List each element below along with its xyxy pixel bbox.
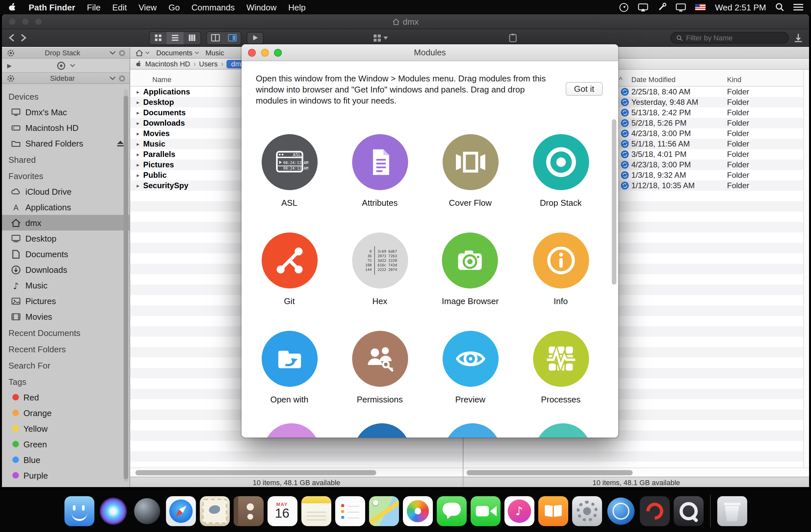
- disclosure-triangle-icon[interactable]: ▸: [137, 151, 143, 157]
- menu-help[interactable]: Help: [288, 2, 306, 12]
- sidebar-panel-header[interactable]: Sidebar: [2, 73, 129, 84]
- dock-facetime-icon[interactable]: [470, 496, 500, 526]
- dialog-scrollbar[interactable]: [612, 119, 616, 285]
- dock-maps-icon[interactable]: [369, 496, 399, 526]
- icon-view-button[interactable]: [150, 32, 167, 44]
- dual-pane-button[interactable]: [207, 32, 224, 44]
- filter-input[interactable]: [686, 34, 783, 42]
- clipboard-icon[interactable]: [509, 33, 517, 42]
- module-cover-flow[interactable]: Cover Flow: [442, 133, 498, 231]
- favbar-home-dropdown[interactable]: [135, 49, 150, 56]
- horizontal-scrollbar[interactable]: [130, 468, 463, 477]
- dock-messages-icon[interactable]: [437, 496, 466, 526]
- sidebar-item-desktop[interactable]: Desktop: [2, 230, 129, 246]
- location-icon[interactable]: [619, 2, 629, 12]
- drop-stack-target-icon[interactable]: [56, 61, 65, 70]
- airplay-display-icon[interactable]: [638, 3, 648, 11]
- disclosure-triangle-icon[interactable]: ▸: [137, 141, 143, 147]
- dock-reminders-icon[interactable]: [335, 496, 365, 526]
- sidebar-item-documents[interactable]: Documents: [2, 246, 129, 262]
- module-hex[interactable]: 03672108144 3c69 6d672073 72633d22 22206…: [352, 231, 408, 330]
- tag-red[interactable]: Red: [2, 390, 129, 405]
- module-asl[interactable]: ASL 08:24:12 AM 08:24:12 AM ASL: [261, 133, 317, 231]
- disclosure-triangle-icon[interactable]: ▸: [137, 162, 143, 168]
- dock-mail-icon[interactable]: [199, 496, 229, 526]
- dock-calendar-icon[interactable]: MAY 16: [267, 496, 297, 526]
- disclosure-triangle-icon[interactable]: ▸: [137, 131, 143, 136]
- sidebar-item-dmxs-mac[interactable]: Dmx's Mac: [2, 104, 129, 120]
- close-icon[interactable]: [119, 49, 126, 56]
- module-image-browser[interactable]: Image Browser: [442, 231, 499, 330]
- apple-menu-icon[interactable]: [8, 2, 17, 12]
- tag-purple[interactable]: Purple: [2, 468, 129, 483]
- eject-icon[interactable]: [117, 140, 124, 147]
- forward-button[interactable]: [20, 33, 27, 42]
- menu-clock[interactable]: Wed 2:51 PM: [715, 2, 766, 12]
- dock-safari-icon[interactable]: [166, 496, 196, 526]
- sidebar-item-music[interactable]: ♪ Music: [2, 277, 129, 293]
- tag-gray[interactable]: Gray: [2, 483, 129, 487]
- dock-trash-icon[interactable]: [717, 496, 747, 526]
- section-recent-documents[interactable]: Recent Documents: [2, 324, 129, 340]
- dock-ibooks-icon[interactable]: [538, 496, 568, 526]
- play-slideshow-button[interactable]: [247, 32, 264, 44]
- tag-blue[interactable]: Blue: [2, 452, 129, 468]
- preview-pane-button[interactable]: [224, 32, 241, 44]
- sidebar-item-shared-folders[interactable]: Shared Folders: [2, 135, 129, 151]
- dock-photos-icon[interactable]: [402, 496, 432, 526]
- column-header-name[interactable]: Name: [130, 76, 171, 83]
- module-attributes[interactable]: Attributes: [352, 133, 408, 231]
- disclosure-triangle-icon[interactable]: ▸: [137, 110, 143, 116]
- sidebar-item-applications[interactable]: A Applications: [2, 199, 129, 215]
- app-menu-title[interactable]: Path Finder: [29, 2, 75, 12]
- dock-compass-app-icon[interactable]: [606, 496, 636, 526]
- module-drop-stack[interactable]: Drop Stack: [533, 133, 589, 231]
- drop-stack-panel-header[interactable]: Drop Stack: [2, 47, 129, 59]
- vertical-scrollbar[interactable]: [803, 70, 809, 468]
- back-button[interactable]: [9, 33, 15, 42]
- disclosure-triangle-icon[interactable]: ▸: [137, 120, 143, 126]
- sidebar-item-movies[interactable]: Movies: [2, 309, 129, 324]
- spotlight-icon[interactable]: [775, 3, 784, 12]
- menu-window[interactable]: Window: [246, 2, 277, 12]
- got-it-button[interactable]: Got it: [566, 82, 603, 96]
- dock-path-finder-icon[interactable]: [64, 496, 94, 526]
- dock-itunes-icon[interactable]: [504, 496, 534, 526]
- sidebar-item-icloud-drive[interactable]: iCloud Drive: [2, 184, 129, 199]
- column-header-kind[interactable]: Kind: [727, 76, 741, 83]
- module-info[interactable]: Info: [533, 231, 589, 330]
- menu-file[interactable]: File: [87, 2, 101, 12]
- dock-siri-icon[interactable]: [98, 496, 128, 526]
- disclosure-triangle-icon[interactable]: ▶: [7, 62, 12, 69]
- crumb-macintosh-hd[interactable]: Macintosh HD: [145, 60, 190, 68]
- gear-icon[interactable]: [6, 73, 16, 83]
- dock-launchpad-icon[interactable]: [132, 496, 162, 526]
- drop-stack-body[interactable]: ▶: [2, 59, 129, 73]
- zoom-window-button[interactable]: [34, 18, 42, 26]
- sidebar-item-macintosh-hd[interactable]: Macintosh HD: [2, 120, 129, 135]
- module-open-with[interactable]: Open with: [261, 330, 317, 428]
- dock-system-preferences-icon[interactable]: [572, 496, 602, 526]
- favbar-item-music[interactable]: Music: [205, 49, 224, 57]
- dock-acrobat-icon[interactable]: [640, 496, 670, 526]
- close-window-button[interactable]: [9, 18, 16, 26]
- module-permissions[interactable]: Permissions: [352, 330, 408, 428]
- sidebar-item-downloads[interactable]: Downloads: [2, 262, 129, 277]
- menu-view[interactable]: View: [139, 2, 157, 12]
- dock-contacts-icon[interactable]: [233, 496, 263, 526]
- module-processes[interactable]: Processes: [533, 330, 589, 428]
- dock-quicktime-icon[interactable]: [673, 496, 703, 526]
- menu-go[interactable]: Go: [169, 2, 180, 12]
- close-icon[interactable]: [119, 75, 126, 82]
- dialog-titlebar[interactable]: Modules: [242, 44, 618, 61]
- list-view-button[interactable]: [167, 32, 184, 44]
- column-view-button[interactable]: [184, 32, 200, 44]
- notification-center-icon[interactable]: [793, 3, 803, 11]
- menu-commands[interactable]: Commands: [192, 2, 235, 12]
- dock-notes-icon[interactable]: [301, 496, 331, 526]
- section-search-for[interactable]: Search For: [2, 357, 129, 373]
- module-git[interactable]: Git: [261, 231, 317, 330]
- window-titlebar[interactable]: dmx: [2, 14, 809, 29]
- disclosure-triangle-icon[interactable]: ▸: [137, 99, 143, 105]
- sidebar-scrollbar[interactable]: [124, 89, 128, 482]
